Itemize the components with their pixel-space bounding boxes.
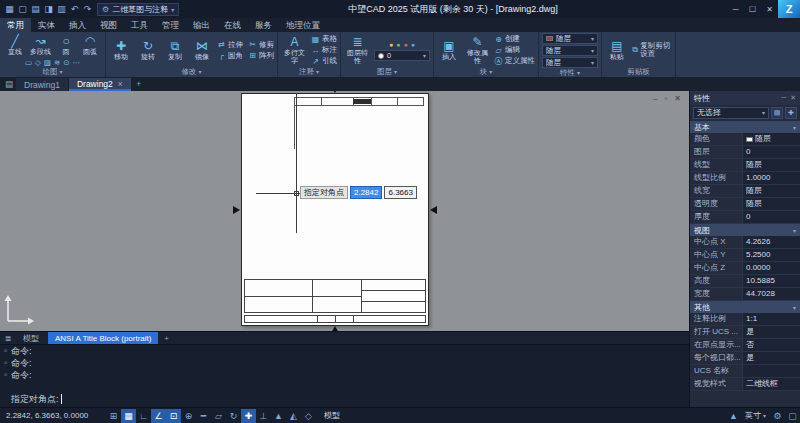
dimension-button[interactable]: ↔ 标注 (311, 45, 337, 55)
dynamic-ucs-toggle[interactable]: ⊥ (256, 409, 271, 423)
ribbon-tab-solid[interactable]: 实体 (31, 18, 62, 32)
ribbon-tab-home[interactable]: 常用 (0, 18, 31, 32)
section-header-general[interactable]: 基本 ▾ (690, 121, 800, 133)
clipboard-group-label[interactable]: 剪贴板 (605, 67, 672, 77)
add-layout-button[interactable]: + (160, 334, 172, 343)
ribbon-tab-view[interactable]: 视图 (93, 18, 124, 32)
units-dropdown[interactable]: 英寸 ▾ (741, 410, 770, 421)
edit-attribute-button[interactable]: ✎ 修改属性 (464, 33, 491, 67)
ribbon-tab-insert[interactable]: 插入 (62, 18, 93, 32)
quick-select-icon[interactable]: ▤ (771, 107, 783, 119)
document-tab-drawing2[interactable]: Drawing2 × (69, 78, 131, 91)
annotation-visibility-toggle[interactable]: ▲ (271, 409, 286, 423)
layer-thaw-icon[interactable]: ● (396, 41, 400, 48)
command-line-window[interactable]: × 命令: × 命令: × 命令: 指定对角点: (0, 344, 689, 407)
document-menu-icon[interactable]: ▤ (2, 78, 16, 91)
mtext-button[interactable]: A 多行文字 (281, 33, 308, 67)
panel-minimize-icon[interactable]: ─ (781, 94, 786, 102)
property-value[interactable]: 5.2500 (742, 249, 800, 261)
redo-icon[interactable]: ↷ (81, 4, 94, 14)
layer-on-icon[interactable]: ● (389, 41, 393, 48)
ellipse-icon[interactable]: ⊙ (63, 58, 69, 67)
section-header-misc[interactable]: 其他 ▾ (690, 301, 800, 313)
layer-lock-icon[interactable]: ● (404, 41, 408, 48)
trim-button[interactable]: ✂ 修剪 (248, 40, 274, 50)
maximize-button[interactable]: ☐ (744, 5, 761, 14)
modify-group-label[interactable]: 修改 ▾ (109, 67, 274, 77)
ribbon-tab-service[interactable]: 服务 (248, 18, 279, 32)
open-icon[interactable]: ▤ (29, 4, 42, 14)
ribbon-tab-online[interactable]: 在线 (217, 18, 248, 32)
property-value[interactable]: 0.0000 (742, 262, 800, 274)
layer-dropdown[interactable]: 0 ▾ (374, 50, 430, 61)
stretch-button[interactable]: ⇄ 拉伸 (217, 40, 243, 50)
lineweight-toggle[interactable]: ━ (196, 409, 211, 423)
property-value[interactable]: 4.2626 (742, 236, 800, 248)
mdi-close-icon[interactable]: ✕ (674, 94, 681, 103)
section-header-view[interactable]: 视图 ▾ (690, 224, 800, 236)
app-menu-icon[interactable]: ▦ (3, 4, 16, 14)
snap-toggle[interactable]: ⊞ (106, 409, 121, 423)
autoscale-toggle[interactable]: ◭ (286, 409, 301, 423)
command-input[interactable]: 指定对角点: (0, 393, 62, 405)
print-icon[interactable]: ▥ (55, 4, 68, 14)
layout-tab-ansi-a[interactable]: ANSI A Title Block (portrait) (48, 332, 158, 345)
array-button[interactable]: ⊞ 阵列 (248, 51, 274, 61)
transparency-toggle[interactable]: ▱ (211, 409, 226, 423)
annotate-group-label[interactable]: 注释 ▾ (281, 67, 337, 77)
annotation-scale-icon[interactable]: ▲ (726, 411, 741, 421)
rectangle-icon[interactable]: ▭ (25, 58, 32, 67)
copy-cut-settings-button[interactable]: ⧉ 复制剪切设置 (632, 42, 672, 58)
document-tab-drawing1[interactable]: Drawing1 (16, 78, 68, 91)
block-editor-button[interactable]: ▱ 编辑 (494, 45, 535, 55)
ribbon-tab-manage[interactable]: 管理 (155, 18, 186, 32)
property-value[interactable]: 10.5885 (742, 275, 800, 287)
settings-gear-icon[interactable]: ⚙ (770, 411, 785, 421)
lineweight-dropdown[interactable]: 随层 ▾ (542, 45, 598, 56)
dynamic-input-toggle[interactable]: ✚ (241, 409, 256, 423)
property-value[interactable]: 随层 (742, 133, 800, 145)
osnap-toggle[interactable]: ⊡ (166, 409, 181, 423)
selection-dropdown[interactable]: 无选择 ▾ (693, 107, 769, 119)
arc-button[interactable]: ◠ 圆弧 (78, 33, 102, 57)
spline-icon[interactable]: ≋ (54, 58, 60, 67)
polygon-icon[interactable]: ◇ (35, 58, 41, 67)
property-value[interactable]: 44.7028 (742, 288, 800, 300)
panel-close-icon[interactable]: ✕ (790, 94, 796, 102)
save-icon[interactable]: ◨ (42, 4, 55, 14)
property-value[interactable]: 是 (742, 352, 800, 364)
new-tab-button[interactable]: + (132, 78, 146, 91)
more-icon[interactable]: ⋯ (73, 58, 81, 67)
dynamic-input-x-field[interactable]: 2.2842 (350, 186, 382, 199)
layer-plot-icon[interactable]: ● (411, 41, 415, 48)
property-value[interactable]: 0 (742, 146, 800, 158)
mirror-button[interactable]: ⋈ 镜像 (190, 33, 214, 67)
layer-properties-button[interactable]: ≣ 图层特性 (344, 33, 371, 67)
mdi-minimize-icon[interactable]: ‒ (653, 94, 657, 103)
polyline-button[interactable]: ↝ 多段线 (27, 33, 54, 57)
property-value[interactable]: 0 (742, 211, 800, 223)
draw-group-label[interactable]: 绘图 ▾ (3, 67, 102, 77)
property-value[interactable]: 随层 (742, 159, 800, 171)
copy-button[interactable]: ⧉ 复制 (163, 33, 187, 67)
layout-menu-icon[interactable]: ≣ (2, 334, 14, 343)
linetype-dropdown[interactable]: 随层 ▾ (542, 57, 598, 68)
close-button[interactable]: ✕ (761, 5, 778, 14)
insert-block-button[interactable]: ▣ 插入 (437, 33, 461, 67)
new-icon[interactable]: ▢ (16, 4, 29, 14)
leader-button[interactable]: ↗ 引线 (311, 56, 337, 66)
create-block-button[interactable]: ⊕ 创建 (494, 34, 535, 44)
layers-group-label[interactable]: 图层 ▾ (344, 67, 430, 77)
circle-button[interactable]: ○ 圆 (54, 33, 78, 57)
undo-icon[interactable]: ↶ (68, 4, 81, 14)
table-button[interactable]: ▦ 表格 (311, 34, 337, 44)
paste-button[interactable]: ▤ 粘贴 (605, 33, 629, 67)
dynamic-input-y-field[interactable]: 6.3663 (384, 186, 416, 199)
property-value[interactable]: 1.0000 (742, 172, 800, 184)
property-value[interactable]: 否 (742, 339, 800, 351)
fillet-button[interactable]: ╭ 圆角 (217, 51, 243, 61)
rotate-button[interactable]: ↻ 旋转 (136, 33, 160, 67)
property-value[interactable]: 随层 (742, 198, 800, 210)
block-group-label[interactable]: 块 ▾ (437, 67, 535, 77)
selection-cycling-toggle[interactable]: ↻ (226, 409, 241, 423)
